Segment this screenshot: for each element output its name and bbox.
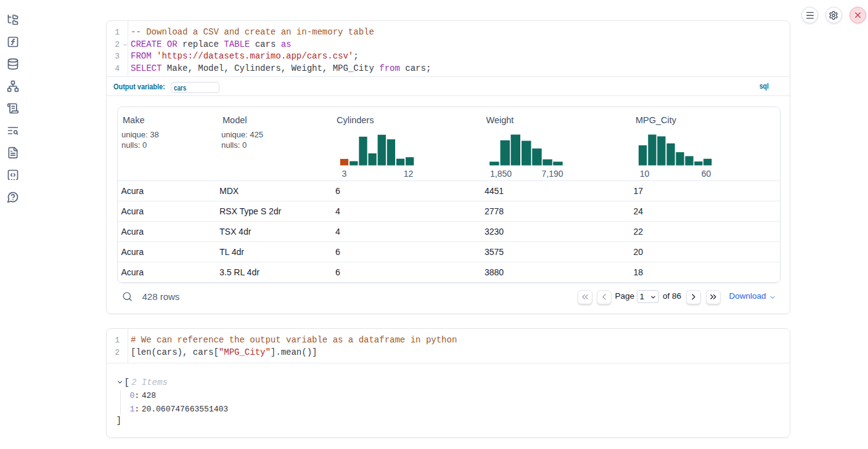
svg-text:7,190: 7,190 — [541, 168, 563, 178]
svg-text:60: 60 — [701, 168, 711, 178]
svg-text:3: 3 — [342, 168, 346, 178]
svg-text:10: 10 — [639, 168, 649, 178]
svg-text:12: 12 — [403, 168, 413, 178]
svg-text:1,850: 1,850 — [489, 168, 511, 178]
